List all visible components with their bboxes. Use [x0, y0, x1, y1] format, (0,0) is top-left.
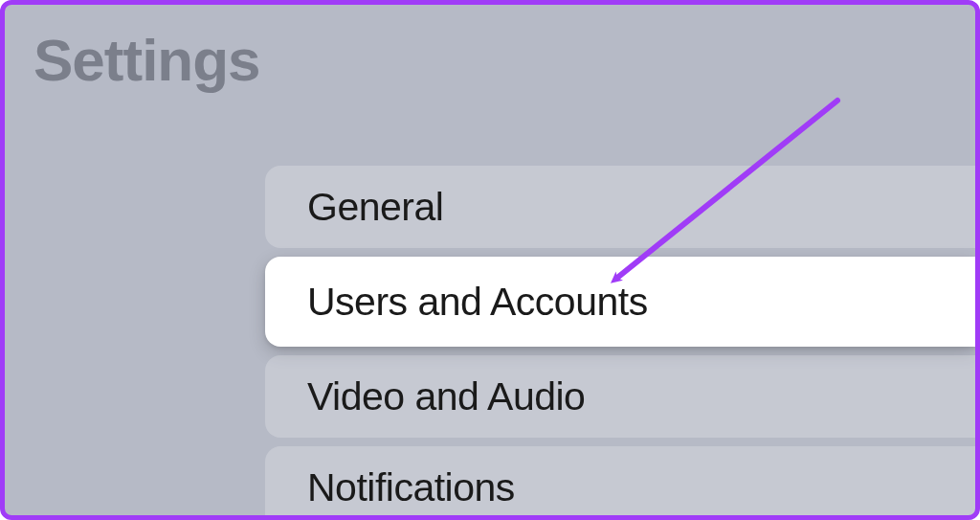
menu-item-label: Notifications: [307, 465, 515, 510]
menu-item-notifications[interactable]: Notifications: [265, 446, 975, 520]
menu-item-users-and-accounts[interactable]: Users and Accounts: [265, 257, 975, 347]
settings-screen: Settings General Users and Accounts Vide…: [0, 0, 980, 520]
menu-item-video-and-audio[interactable]: Video and Audio: [265, 355, 975, 438]
menu-item-label: Users and Accounts: [307, 280, 648, 325]
page-title: Settings: [33, 26, 260, 94]
menu-item-label: Video and Audio: [307, 374, 585, 419]
menu-item-label: General: [307, 185, 443, 230]
settings-menu: General Users and Accounts Video and Aud…: [265, 166, 975, 520]
menu-item-general[interactable]: General: [265, 166, 975, 248]
